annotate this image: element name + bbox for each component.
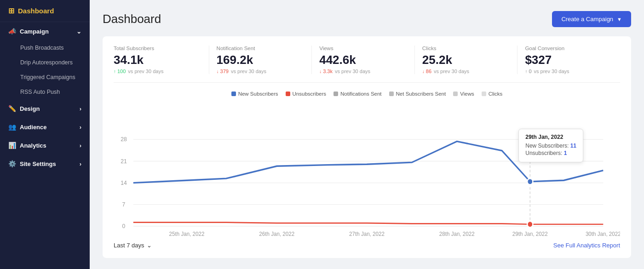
sidebar-item-campaign[interactable]: 📣 Campaign ⌄ [0, 22, 90, 40]
stat-total-subscribers-change: ↑ 100 vs prev 30 days [114, 69, 201, 74]
chevron-right-icon-4: › [80, 160, 81, 167]
svg-text:27th Jan, 2022: 27th Jan, 2022 [349, 231, 385, 237]
dashboard-card: Total Subscribers 34.1k ↑ 100 vs prev 30… [103, 36, 631, 258]
design-icon: ✏️ [8, 105, 16, 112]
sidebar-item-audience[interactable]: 👥 Audience › [0, 118, 90, 136]
svg-text:21: 21 [121, 157, 127, 165]
legend-label-notifications-sent: Notifications Sent [340, 91, 382, 97]
stat-goal-conversion-value: $327 [525, 53, 613, 67]
svg-point-18 [527, 221, 533, 227]
stat-clicks-value: 25.2k [422, 53, 510, 67]
sidebar-analytics-label: Analytics [20, 142, 46, 149]
time-filter[interactable]: Last 7 days ⌄ [114, 242, 152, 249]
sidebar-item-drip-autoresponders[interactable]: Drip Autoresponders [0, 55, 90, 70]
sidebar-item-triggered-campaigns[interactable]: Triggered Campaigns [0, 70, 90, 85]
sidebar-audience-label: Audience [20, 124, 47, 131]
stat-total-subscribers-value: 34.1k [114, 53, 201, 67]
stat-total-subscribers-label: Total Subscribers [114, 46, 201, 51]
legend-label-unsubscribers: Unsubscribers [293, 91, 327, 97]
stat-views-change: ↓ 3.3k vs prev 30 days [319, 69, 407, 74]
rss-auto-push-label: RSS Auto Push [20, 89, 60, 95]
main-content: Dashboard Create a Campaign ▼ Total Subs… [90, 0, 644, 269]
chart-svg: 0 7 14 21 28 25th Jan, 2022 26th Jan, 20… [114, 101, 620, 237]
stats-row: Total Subscribers 34.1k ↑ 100 vs prev 30… [114, 46, 620, 83]
sidebar-section-campaign: 📣 Campaign ⌄ Push Broadcasts Drip Autore… [0, 22, 90, 99]
sidebar-item-analytics[interactable]: 📊 Analytics › [0, 136, 90, 155]
sidebar-logo[interactable]: ⊞ Dashboard [0, 0, 90, 22]
sidebar-design-label: Design [20, 105, 40, 112]
sidebar-site-settings-label: Site Settings [20, 160, 56, 167]
legend-label-views: Views [460, 91, 474, 97]
stat-notification-sent-label: Notification Sent [217, 46, 305, 51]
legend-views: Views [453, 91, 474, 97]
chart-bottom: Last 7 days ⌄ See Full Analytics Report [114, 242, 620, 249]
svg-point-17 [527, 178, 533, 184]
arrow-up-icon: ↑ [114, 69, 116, 74]
legend-dot-net-subscribers-sent [389, 92, 394, 96]
stat-goal-conversion-change: ↑ 0 vs prev 30 days [525, 69, 613, 74]
drip-autoresponders-label: Drip Autoresponders [20, 59, 73, 66]
stat-clicks-label: Clicks [422, 46, 510, 51]
sidebar-item-site-settings[interactable]: ⚙️ Site Settings › [0, 155, 90, 173]
main-header: Dashboard Create a Campaign ▼ [103, 11, 631, 27]
stat-notification-sent-change: ↓ 379 vs prev 30 days [217, 69, 305, 74]
create-campaign-chevron-icon: ▼ [617, 17, 622, 22]
legend-clicks: Clicks [482, 91, 503, 97]
sidebar-item-rss-auto-push[interactable]: RSS Auto Push [0, 85, 90, 99]
sidebar-item-push-broadcasts[interactable]: Push Broadcasts [0, 40, 90, 55]
stat-views-label: Views [319, 46, 407, 51]
stat-notification-sent-value: 169.2k [217, 53, 305, 67]
legend-new-subscribers: New Subscribers [231, 91, 278, 97]
audience-icon: 👥 [8, 123, 16, 131]
svg-text:28th Jan, 2022: 28th Jan, 2022 [439, 231, 475, 237]
arrow-down-icon-2: ↓ [319, 69, 322, 74]
legend-dot-notifications-sent [334, 92, 338, 96]
triggered-campaigns-label: Triggered Campaigns [20, 74, 75, 80]
legend-label-new-subscribers: New Subscribers [238, 91, 278, 97]
sidebar-item-design[interactable]: ✏️ Design › [0, 99, 90, 118]
sidebar: ⊞ Dashboard 📣 Campaign ⌄ Push Broadcasts… [0, 0, 90, 269]
chevron-right-icon-3: › [80, 142, 81, 149]
stat-total-subscribers: Total Subscribers 34.1k ↑ 100 vs prev 30… [114, 46, 209, 74]
create-campaign-button[interactable]: Create a Campaign ▼ [552, 11, 631, 27]
legend-dot-new-subscribers [231, 92, 236, 96]
svg-text:25th Jan, 2022: 25th Jan, 2022 [169, 231, 205, 237]
chart-legend: New Subscribers Unsubscribers Notificati… [114, 91, 620, 97]
chevron-right-icon-2: › [80, 124, 81, 131]
legend-label-net-subscribers-sent: Net Subscribers Sent [396, 91, 446, 97]
see-full-analytics-report-link[interactable]: See Full Analytics Report [553, 242, 620, 249]
legend-label-clicks: Clicks [489, 91, 503, 97]
arrow-down-icon-1: ↓ [217, 69, 219, 74]
arrow-neutral-icon: ↑ [525, 69, 527, 74]
stat-notification-sent: Notification Sent 169.2k ↓ 379 vs prev 3… [209, 46, 312, 74]
svg-text:29th Jan, 2022: 29th Jan, 2022 [512, 231, 548, 237]
analytics-icon: 📊 [8, 142, 16, 149]
chart-area: 0 7 14 21 28 25th Jan, 2022 26th Jan, 20… [114, 101, 620, 237]
svg-text:14: 14 [121, 179, 127, 186]
campaign-icon: 📣 [8, 28, 16, 35]
stat-clicks-change: ↓ 86 vs prev 30 days [422, 69, 510, 74]
legend-unsubscribers: Unsubscribers [286, 91, 327, 97]
time-filter-label: Last 7 days [114, 242, 144, 249]
stat-views: Views 442.6k ↓ 3.3k vs prev 30 days [312, 46, 415, 74]
stat-goal-conversion: Goal Conversion $327 ↑ 0 vs prev 30 days [518, 46, 620, 74]
chevron-right-icon: › [80, 105, 81, 112]
svg-text:26th Jan, 2022: 26th Jan, 2022 [259, 231, 294, 237]
chevron-down-icon: ⌄ [76, 28, 81, 35]
create-campaign-label: Create a Campaign [561, 16, 613, 23]
page-title: Dashboard [103, 12, 161, 26]
stat-goal-conversion-label: Goal Conversion [525, 46, 613, 51]
arrow-down-icon-3: ↓ [422, 69, 425, 74]
svg-text:0: 0 [122, 222, 126, 229]
svg-text:7: 7 [122, 200, 126, 208]
legend-dot-views [453, 92, 458, 96]
legend-notifications-sent: Notifications Sent [334, 91, 382, 97]
sidebar-logo-label: Dashboard [18, 7, 54, 15]
legend-net-subscribers-sent: Net Subscribers Sent [389, 91, 446, 97]
svg-text:28: 28 [121, 136, 127, 143]
stat-views-value: 442.6k [319, 53, 407, 67]
push-broadcasts-label: Push Broadcasts [20, 45, 64, 51]
svg-text:30th Jan, 2022: 30th Jan, 2022 [586, 231, 620, 237]
legend-dot-unsubscribers [286, 92, 290, 96]
settings-icon: ⚙️ [8, 160, 16, 167]
